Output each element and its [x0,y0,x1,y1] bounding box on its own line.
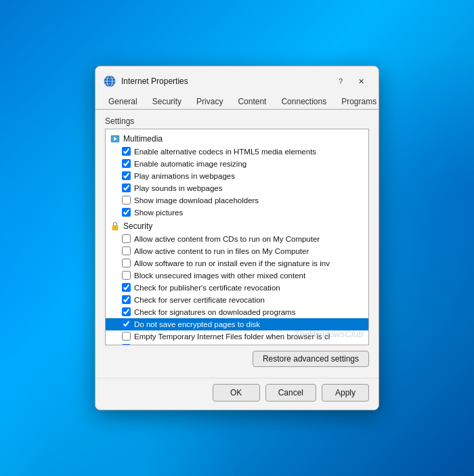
multimedia-icon [110,133,121,144]
security-item-7: Do not save encrypted pages to disk [106,318,368,330]
multimedia-item-5: Show pictures [106,207,368,219]
title-bar: Internet Properties ? ✕ [95,66,379,91]
multimedia-item-text-4: Show image download placeholders [134,195,364,206]
security-item-3: Block unsecured images with other mixed … [106,269,368,282]
dialog-title: Internet Properties [121,77,331,86]
security-item-4: Check for publisher's certificate revoca… [106,282,368,294]
security-checkbox-7[interactable] [122,320,131,328]
tab-bar: General Security Privacy Content Connect… [95,91,379,110]
settings-label: Settings [105,116,369,126]
security-item-8: Empty Temporary Internet Files folder wh… [106,330,368,343]
tab-privacy[interactable]: Privacy [189,93,230,109]
multimedia-item-text-0: Enable alternative codecs in HTML5 media… [134,146,364,157]
security-item-text-4: Check for publisher's certificate revoca… [134,282,364,293]
close-button[interactable]: ✕ [351,74,370,89]
multimedia-item-text-1: Enable automatic image resizing [134,158,364,169]
tab-security[interactable]: Security [145,93,189,109]
multimedia-item-2: Play animations in webpages [106,170,368,182]
dialog-footer: OK Cancel Apply [95,378,379,410]
security-checkbox-3[interactable] [122,271,131,280]
security-item-5: Check for server certificate revocation [106,294,368,306]
security-item-text-5: Check for server certificate revocation [134,295,364,305]
multimedia-checkbox-0[interactable] [122,147,131,156]
multimedia-section-header: Multimedia [106,132,368,146]
multimedia-item-text-3: Play sounds in webpages [134,183,364,194]
security-item-1: Allow active content to run in files on … [106,245,368,257]
tab-content[interactable]: Content [230,93,274,109]
dialog-icon [104,75,116,87]
multimedia-items: Enable alternative codecs in HTML5 media… [106,146,368,219]
settings-list[interactable]: Multimedia Enable alternative codecs in … [105,129,369,345]
security-item-2: Allow software to run or install even if… [106,257,368,269]
security-item-text-8: Empty Temporary Internet Files folder wh… [134,331,364,342]
security-item-text-2: Allow software to run or install even if… [134,258,364,269]
tab-general[interactable]: General [101,93,145,109]
multimedia-item-0: Enable alternative codecs in HTML5 media… [106,146,368,158]
restore-advanced-button[interactable]: Restore advanced settings [253,351,369,367]
security-item-9: Enable DOM Storage [106,343,368,345]
multimedia-item-text-2: Play animations in webpages [134,171,364,181]
multimedia-checkbox-4[interactable] [122,196,131,204]
security-checkbox-0[interactable] [122,234,131,243]
multimedia-checkbox-1[interactable] [122,159,131,168]
security-checkbox-1[interactable] [122,246,131,255]
help-button[interactable]: ? [331,74,350,89]
security-checkbox-2[interactable] [122,259,131,267]
multimedia-item-3: Play sounds in webpages [106,182,368,194]
svg-point-8 [114,227,116,228]
security-checkbox-6[interactable] [122,307,131,316]
security-item-text-3: Block unsecured images with other mixed … [134,270,364,281]
security-checkbox-4[interactable] [122,283,131,292]
ok-button[interactable]: OK [213,384,260,402]
apply-button[interactable]: Apply [322,384,369,402]
security-item-0: Allow active content from CDs to run on … [106,233,368,245]
security-section-header: Security [106,219,368,233]
cancel-button[interactable]: Cancel [265,384,316,402]
multimedia-item-4: Show image download placeholders [106,194,368,207]
security-item-text-7: Do not save encrypted pages to disk [134,319,364,330]
security-item-text-0: Allow active content from CDs to run on … [134,234,364,244]
security-item-text-9: Enable DOM Storage [134,343,364,345]
security-item-text-6: Check for signatures on downloaded progr… [134,307,364,318]
multimedia-item-text-5: Show pictures [134,207,364,218]
tab-content-area: Settings Multimedia Enable alternative c… [95,110,379,378]
title-bar-buttons: ? ✕ [331,74,370,89]
security-item-text-1: Allow active content to run in files on … [134,246,364,257]
tab-programs[interactable]: Programs [334,93,379,109]
multimedia-checkbox-2[interactable] [122,171,131,180]
multimedia-item-1: Enable automatic image resizing [106,158,368,170]
security-checkbox-8[interactable] [122,332,131,341]
multimedia-label: Multimedia [123,134,163,144]
internet-properties-dialog: Internet Properties ? ✕ General Security… [95,66,379,410]
multimedia-checkbox-3[interactable] [122,183,131,192]
security-items: Allow active content from CDs to run on … [106,233,368,345]
lock-icon [110,221,121,232]
restore-row: Restore advanced settings [105,351,369,367]
multimedia-checkbox-5[interactable] [122,208,131,217]
tab-connections[interactable]: Connections [274,93,334,109]
security-checkbox-9[interactable] [122,344,131,345]
security-checkbox-5[interactable] [122,295,131,304]
security-label: Security [123,221,152,231]
security-item-6: Check for signatures on downloaded progr… [106,306,368,318]
